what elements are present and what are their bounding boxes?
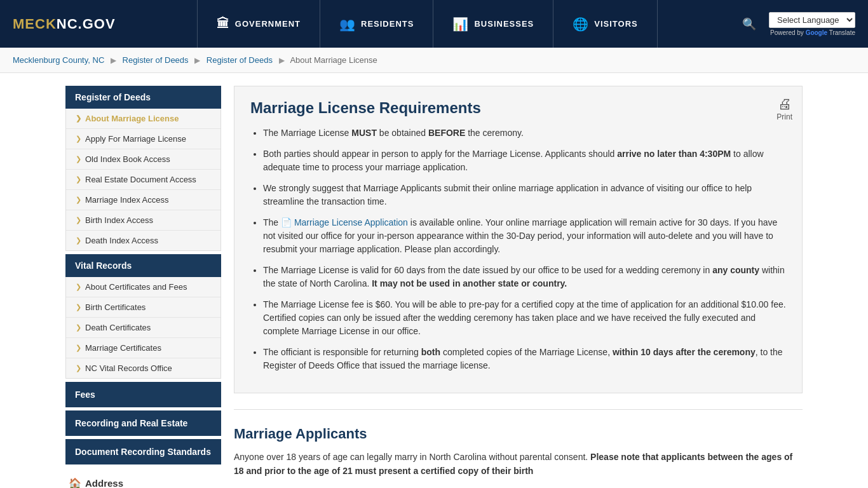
nav-businesses[interactable]: 📊 BUSINESSES	[433, 0, 553, 48]
sidebar-item-label: NC Vital Records Office	[85, 363, 172, 373]
visitors-icon: 🌐	[573, 17, 589, 32]
sidebar-section-register: Register of Deeds ❯ About Marriage Licen…	[65, 86, 221, 251]
search-button[interactable]: 🔍	[739, 14, 759, 34]
sidebar-doc-recording[interactable]: Document Recording Standards	[65, 439, 221, 464]
breadcrumb-register1[interactable]: Register of Deeds	[123, 55, 189, 65]
arrow-icon: ❯	[76, 155, 81, 163]
arrow-icon: ❯	[76, 114, 81, 123]
arrow-icon: ❯	[76, 283, 81, 291]
nav-visitors[interactable]: 🌐 VISITORS	[553, 0, 657, 48]
bold-before: BEFORE	[428, 128, 465, 138]
government-icon: 🏛	[217, 17, 230, 31]
page-title: Marriage License Requirements	[250, 99, 786, 117]
search-icon: 🔍	[742, 18, 756, 30]
arrow-icon: ❯	[76, 323, 81, 332]
sidebar-item-birth-cert[interactable]: ❯ Birth Certificates	[66, 297, 220, 318]
sidebar-item-label: Marriage Index Access	[85, 195, 169, 205]
bold-must: MUST	[351, 128, 377, 138]
sidebar-item-old-index[interactable]: ❯ Old Index Book Access	[66, 149, 220, 170]
requirements-list: The Marriage License MUST be obtained BE…	[250, 126, 786, 372]
sidebar-item-death-cert[interactable]: ❯ Death Certificates	[66, 318, 220, 338]
bold-not-used: It may not be used in another state or c…	[372, 278, 567, 288]
breadcrumb-register2[interactable]: Register of Deeds	[207, 55, 273, 65]
language-select[interactable]: Select Language Spanish	[769, 12, 855, 28]
recording-label: Recording and Real Estate	[75, 418, 187, 428]
powered-by-label: Powered by Google Translate	[770, 29, 855, 36]
sidebar-item-birth-index[interactable]: ❯ Birth Index Access	[66, 210, 220, 231]
marriage-license-link[interactable]: Marriage License Application	[294, 217, 408, 227]
applicants-text: Anyone over 18 years of age can legally …	[234, 450, 803, 478]
sidebar-item-marriage-cert[interactable]: ❯ Marriage Certificates	[66, 338, 220, 358]
address-heading: Address	[85, 478, 123, 488]
breadcrumb-county[interactable]: Mecklenburg County, NC	[13, 55, 104, 65]
list-item-6: The Marriage License fee is $60. You wil…	[263, 298, 786, 338]
main-content: Marriage License Requirements 🖨 Print Th…	[234, 86, 803, 488]
sidebar-recording[interactable]: Recording and Real Estate	[65, 410, 221, 436]
bold-any-county: any county	[712, 265, 759, 275]
nav-visitors-label: VISITORS	[594, 19, 637, 29]
arrow-icon: ❯	[76, 236, 81, 245]
doc-recording-label: Document Recording Standards	[75, 447, 211, 457]
nav-residents-label: RESIDENTS	[361, 19, 414, 29]
home-icon: 🏠	[69, 477, 81, 488]
nav-government[interactable]: 🏛 GOVERNMENT	[197, 0, 320, 48]
google-label: Google	[806, 29, 827, 36]
arrow-icon: ❯	[76, 344, 81, 352]
businesses-icon: 📊	[452, 17, 469, 32]
breadcrumb: Mecklenburg County, NC ▶ Register of Dee…	[0, 48, 868, 73]
sidebar-item-label: Old Index Book Access	[85, 154, 170, 164]
sidebar-item-death-index[interactable]: ❯ Death Index Access	[66, 231, 220, 250]
arrow-icon: ❯	[76, 196, 81, 204]
nav-residents[interactable]: 👥 RESIDENTS	[320, 0, 433, 48]
bold-arrive: arrive no later than 4:30PM	[617, 149, 731, 159]
sidebar-items-register: ❯ About Marriage License ❯ Apply For Mar…	[65, 109, 221, 251]
address-title: 🏠 Address	[69, 477, 218, 488]
print-button[interactable]: 🖨 Print	[776, 96, 792, 121]
arrow-icon: ❯	[76, 175, 81, 184]
list-item-1: The Marriage License MUST be obtained BE…	[263, 126, 786, 140]
sidebar-item-cert-fees[interactable]: ❯ About Certificates and Fees	[66, 277, 220, 297]
sidebar-item-label: Real Estate Document Access	[85, 175, 196, 184]
logo-nc: NC.GOV	[57, 16, 116, 32]
doc-icon: 📄	[281, 217, 292, 227]
fees-label: Fees	[75, 390, 95, 400]
residents-icon: 👥	[339, 17, 356, 32]
arrow-icon: ❯	[76, 216, 81, 224]
sidebar-item-marriage-index[interactable]: ❯ Marriage Index Access	[66, 190, 220, 210]
sidebar-item-label: Birth Certificates	[85, 302, 146, 312]
sidebar-item-label: Death Certificates	[85, 323, 151, 332]
sidebar-section-header-vital: Vital Records	[65, 254, 221, 277]
sidebar-item-label: Marriage Certificates	[85, 343, 161, 353]
nav-government-label: GOVERNMENT	[235, 19, 301, 29]
sidebar-section-header-register: Register of Deeds	[65, 86, 221, 109]
sidebar-address: 🏠 Address Mailing Address: Register of D…	[65, 471, 221, 488]
sidebar-items-vital: ❯ About Certificates and Fees ❯ Birth Ce…	[65, 277, 221, 379]
section-divider	[234, 409, 803, 410]
sidebar-item-label: About Certificates and Fees	[85, 282, 187, 292]
sidebar-item-label: Birth Index Access	[85, 215, 153, 225]
sidebar-item-label: Apply For Marriage License	[85, 134, 186, 144]
logo-meck: MECK	[13, 16, 57, 32]
translate-box: Select Language Spanish Powered by Googl…	[769, 12, 855, 36]
sidebar-item-real-estate[interactable]: ❯ Real Estate Document Access	[66, 170, 220, 190]
breadcrumb-sep-1: ▶	[111, 56, 116, 65]
bold-both: both	[421, 347, 440, 357]
arrow-icon: ❯	[76, 364, 81, 372]
site-logo[interactable]: MECKNC.GOV	[13, 16, 116, 32]
main-nav: 🏛 GOVERNMENT 👥 RESIDENTS 📊 BUSINESSES 🌐 …	[116, 0, 739, 48]
sidebar-section-vital: Vital Records ❯ About Certificates and F…	[65, 254, 221, 379]
main-container: Register of Deeds ❯ About Marriage Licen…	[53, 73, 815, 488]
sidebar-fees[interactable]: Fees	[65, 382, 221, 407]
header-right: 🔍 Select Language Spanish Powered by Goo…	[739, 12, 855, 36]
content-box: Marriage License Requirements 🖨 Print Th…	[234, 86, 803, 393]
list-item-4: The 📄 Marriage License Application is av…	[263, 216, 786, 256]
sidebar-item-apply-marriage[interactable]: ❯ Apply For Marriage License	[66, 129, 220, 149]
breadcrumb-sep-3: ▶	[279, 56, 285, 65]
list-item-2: Both parties should appear in person to …	[263, 147, 786, 174]
bold-note: Please note that applicants between the …	[234, 452, 792, 476]
list-item-7: The officiant is responsible for returni…	[263, 346, 786, 372]
arrow-icon: ❯	[76, 135, 81, 143]
site-header: MECKNC.GOV 🏛 GOVERNMENT 👥 RESIDENTS 📊 BU…	[0, 0, 868, 48]
sidebar-item-nc-vital[interactable]: ❯ NC Vital Records Office	[66, 358, 220, 378]
sidebar-item-about-marriage[interactable]: ❯ About Marriage License	[66, 109, 220, 129]
